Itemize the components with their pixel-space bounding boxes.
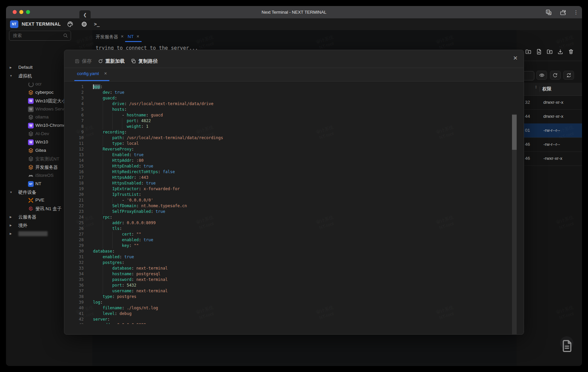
nt-logo[interactable]: NT — [10, 20, 18, 28]
close-icon[interactable]: ✕ — [512, 55, 519, 62]
brand-title: NEXT TERMINAL — [22, 18, 61, 30]
eye-button[interactable] — [536, 71, 547, 80]
windows-purple-icon: W — [28, 139, 34, 145]
code-line-34: 34 hostname: postgresql — [64, 271, 223, 277]
session-tab-NT[interactable]: NT — [128, 34, 134, 39]
file-row-selected[interactable]: 01-rw-r--r-- — [517, 123, 582, 138]
tab-close-icon[interactable]: ✕ — [104, 71, 107, 76]
layers-orange-icon — [28, 148, 34, 153]
extensions-puzzle-icon[interactable] — [560, 9, 566, 15]
file-plus-icon[interactable] — [536, 49, 542, 55]
scrollbar-thumb[interactable] — [512, 115, 517, 150]
table-header[interactable]: ▲▼ 权限 — [517, 83, 582, 96]
windows-gray-icon: W — [28, 106, 34, 112]
sync-icon — [566, 72, 572, 78]
code-line-7: 7 port: 4822 — [64, 118, 223, 124]
theme-palette-icon[interactable] — [67, 21, 73, 27]
debian-icon — [28, 206, 34, 212]
code-line-28: 28 enabled: true — [64, 237, 223, 243]
folder-plus-icon[interactable] — [525, 49, 531, 55]
code-line-40: 40 filename: ./logs/nt.log — [64, 305, 223, 311]
refresh-icon — [552, 72, 558, 78]
file-document-icon[interactable] — [560, 336, 573, 350]
code-line-16: 16 HttpRedirectToHttps: false — [64, 169, 223, 175]
file-row[interactable]: 46-rw-r--r-- — [517, 137, 582, 152]
active-tab-underline — [74, 80, 109, 81]
sidebar-collapse-button[interactable]: ❮ — [79, 10, 91, 20]
app-navbar: NT NEXT TERMINAL >_ — [6, 18, 582, 30]
code-line-39: 39log: — [64, 300, 223, 305]
download-icon[interactable] — [557, 49, 563, 55]
layers-orange-icon — [28, 90, 34, 95]
code-line-2: 2 dev: true — [64, 90, 223, 95]
file-row[interactable]: 46-rwxr-xr-x — [517, 151, 582, 166]
code-line-35: 35 password: next-terminal — [64, 277, 223, 283]
refresh-button[interactable] — [550, 71, 561, 80]
code-line-11: 11 type: local — [64, 141, 223, 146]
code-line-36: 36 port: 5432 — [64, 283, 223, 288]
tab-close-icon[interactable]: ✕ — [136, 34, 139, 39]
editor-tab-bar: config.yaml ✕ — [64, 68, 524, 81]
code-line-18: 18 HttpsEnabled: true — [64, 180, 223, 186]
code-editor[interactable]: 1app:2 dev: true3 guacd:4 drive: /usr/lo… — [64, 81, 524, 334]
code-line-6: 6 - hostname: guacd — [64, 112, 223, 118]
layers-gray-icon — [28, 131, 34, 137]
code-line-19: 19 IpExtractor: x-forwarded-for — [64, 186, 223, 192]
code-line-9: 9 recording: — [64, 129, 223, 135]
tab-close-icon[interactable]: ✕ — [121, 34, 124, 39]
chevron-down-icon[interactable]: ▼ — [10, 74, 12, 77]
chevron-down-icon[interactable]: ▼ — [10, 191, 12, 194]
复制路径-button[interactable]: 复制路径 — [131, 58, 158, 64]
windows-purple-icon: W — [28, 98, 34, 104]
editor-toolbar: 保存重新加载复制路径 — [75, 56, 158, 66]
chevron-right-icon[interactable]: ▶ — [10, 216, 12, 219]
chevron-right-icon[interactable]: ▶ — [10, 66, 12, 69]
reload-icon — [98, 59, 103, 64]
code-line-10: 10 path: /usr/local/next-terminal/data/r… — [64, 135, 223, 141]
bird-gray-icon — [28, 173, 34, 178]
config-yaml-tab[interactable]: config.yaml — [77, 71, 99, 76]
code-line-26: 26 tls: — [64, 226, 223, 232]
code-line-22: 22 SelfDomain: nt.home.typesafe.cn — [64, 203, 223, 209]
code-line-15: 15 HttpEnabled: true — [64, 163, 223, 169]
file-row[interactable]: 44drwxr-xr-x — [517, 109, 582, 124]
sync-button[interactable] — [563, 71, 574, 80]
terminal-prompt-icon[interactable]: >_ — [94, 21, 100, 27]
code-line-4: 4 drive: /usr/local/next-terminal/data/d… — [64, 101, 223, 107]
window-title: Next Terminal - NEXT TERMINAL — [6, 6, 582, 18]
code-line-43: 43 addr: 0.0.0.0:8088 — [64, 322, 223, 324]
editor-scrollbar[interactable] — [512, 114, 517, 334]
translate-icon[interactable]: 文A — [546, 9, 552, 15]
重新加载-button[interactable]: 重新加载 — [98, 58, 125, 64]
column-sorter-icon[interactable]: ▲▼ — [534, 85, 538, 89]
kebab-menu-icon[interactable]: ⋮ — [573, 9, 579, 15]
code-line-33: 33 database: next-terminal — [64, 266, 223, 271]
search-placeholder: 搜索 — [13, 31, 22, 40]
code-line-38: 38 type: postgres — [64, 294, 223, 300]
code-line-30: 30database: — [64, 249, 223, 254]
chevron-right-icon[interactable]: ▶ — [10, 224, 12, 227]
code-line-1: 1app: — [64, 84, 223, 90]
file-editor-modal: 保存重新加载复制路径 ✕ config.yaml ✕ 1app:2 dev: t… — [64, 50, 524, 335]
proxmox-icon — [28, 198, 34, 203]
code-line-24: 24 rpc: — [64, 215, 223, 220]
code-line-17: 17 HttpsAddr: :443 — [64, 175, 223, 180]
保存-button[interactable]: 保存 — [75, 58, 92, 64]
code-line-14: 14 HttpAddr: :80 — [64, 158, 223, 163]
code-line-41: 41 level: debug — [64, 311, 223, 317]
settings-gear-icon[interactable] — [81, 21, 87, 27]
code-line-42: 42server: — [64, 317, 223, 322]
spinner-icon — [28, 81, 34, 87]
chevron-right-icon[interactable]: ▶ — [10, 232, 12, 235]
copy-icon — [131, 59, 136, 64]
save-icon — [75, 59, 80, 64]
folder-upload-icon[interactable] — [547, 49, 553, 55]
yaml-code: 1app:2 dev: true3 guacd:4 drive: /usr/lo… — [64, 84, 223, 324]
search-input[interactable]: 搜索 — [9, 31, 71, 41]
session-tab-开发服务器[interactable]: 开发服务器 — [96, 34, 118, 40]
code-line-3: 3 guacd: — [64, 95, 223, 101]
code-line-29: 29 key: "" — [64, 243, 223, 249]
trash-icon[interactable] — [568, 49, 574, 55]
file-row[interactable]: 32drwxr-xr-x — [517, 95, 582, 110]
code-line-13: 13 Enabled: true — [64, 152, 223, 158]
